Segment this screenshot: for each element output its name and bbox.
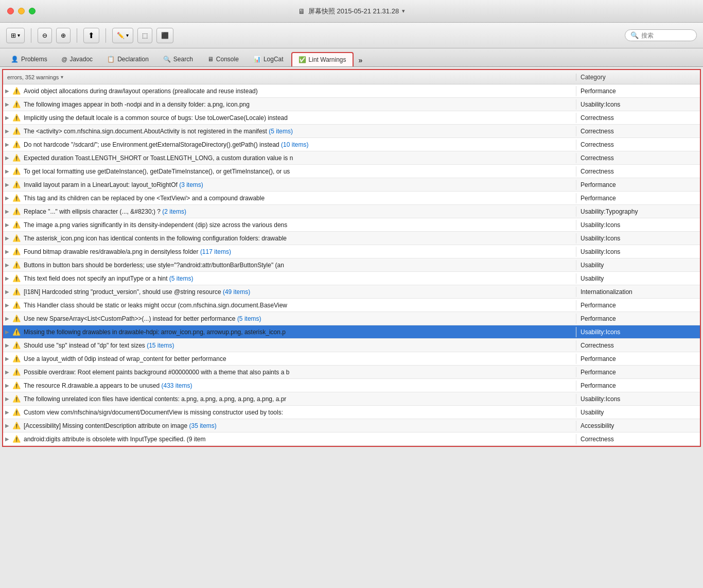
row-expand-icon[interactable]: ▶	[3, 249, 11, 254]
close-button[interactable]	[7, 8, 14, 14]
row-expand-icon[interactable]: ▶	[3, 262, 11, 268]
row-category: Correctness	[576, 434, 700, 444]
table-row[interactable]: ▶⚠️The <activity> com.nfschina.sign.docu…	[3, 125, 700, 138]
row-expand-icon[interactable]: ▶	[3, 195, 11, 201]
table-row[interactable]: ▶⚠️Should use "sp" instead of "dp" for t…	[3, 339, 700, 352]
table-row[interactable]: ▶⚠️This text field does not specify an i…	[3, 272, 700, 285]
description-column-header[interactable]: errors, 352 warnings ▾	[3, 74, 576, 80]
row-link[interactable]: (5 items)	[169, 275, 194, 282]
table-row[interactable]: ▶⚠️Expected duration Toast.LENGTH_SHORT …	[3, 151, 700, 165]
row-link[interactable]: (10 items)	[281, 141, 308, 148]
table-row[interactable]: ▶⚠️Buttons in button bars should be bord…	[3, 258, 700, 272]
tab-javadoc-label: Javadoc	[69, 56, 93, 63]
row-expand-icon[interactable]: ▶	[3, 128, 11, 134]
row-expand-icon[interactable]: ▶	[3, 289, 11, 295]
row-link[interactable]: (15 items)	[147, 342, 174, 349]
row-expand-icon[interactable]: ▶	[3, 356, 11, 361]
table-row[interactable]: ▶⚠️The asterisk_icon.png icon has identi…	[3, 232, 700, 245]
row-category: Performance	[576, 193, 700, 203]
row-description: Expected duration Toast.LENGTH_SHORT or …	[22, 153, 576, 163]
row-expand-icon[interactable]: ▶	[3, 302, 11, 308]
table-row[interactable]: ▶⚠️Possible overdraw: Root element paint…	[3, 366, 700, 379]
table-row[interactable]: ▶⚠️android:digits attribute is obsolete …	[3, 433, 700, 446]
row-category: Performance	[576, 314, 700, 324]
share-button[interactable]: ⬆	[83, 28, 99, 43]
tab-console[interactable]: 🖥 Console	[201, 52, 245, 66]
search-input[interactable]	[641, 32, 691, 39]
table-row[interactable]: ▶⚠️Custom view com/nfschina/sign/documen…	[3, 406, 700, 419]
row-link[interactable]: (3 items)	[179, 181, 203, 188]
table-row[interactable]: ▶⚠️Use a layout_width of 0dip instead of…	[3, 352, 700, 366]
table-row[interactable]: ▶⚠️Implicitly using the default locale i…	[3, 111, 700, 125]
category-column-header[interactable]: Category	[576, 74, 700, 81]
table-row[interactable]: ▶⚠️Invalid layout param in a LinearLayou…	[3, 178, 700, 192]
row-expand-icon[interactable]: ▶	[3, 329, 11, 335]
row-expand-icon[interactable]: ▶	[3, 209, 11, 214]
table-row[interactable]: ▶⚠️The following unrelated icon files ha…	[3, 392, 700, 406]
table-row[interactable]: ▶⚠️To get local formatting use getDateIn…	[3, 165, 700, 178]
table-row[interactable]: ▶⚠️This Handler class should be static o…	[3, 299, 700, 312]
row-expand-icon[interactable]: ▶	[3, 275, 11, 281]
row-expand-icon[interactable]: ▶	[3, 342, 11, 348]
row-expand-icon[interactable]: ▶	[3, 316, 11, 321]
row-expand-icon[interactable]: ▶	[3, 383, 11, 388]
row-link[interactable]: (35 items)	[189, 422, 216, 429]
table-row[interactable]: ▶⚠️Use new SparseArray<List<CustomPath>>…	[3, 312, 700, 325]
tab-search-label: Search	[173, 56, 193, 63]
lint-icon: ✅	[298, 56, 306, 63]
box1-button[interactable]: ⬚	[137, 28, 152, 43]
tab-javadoc[interactable]: @ Javadoc	[55, 52, 99, 66]
table-row[interactable]: ▶⚠️[I18N] Hardcoded string "product_vers…	[3, 285, 700, 299]
row-expand-icon[interactable]: ▶	[3, 369, 11, 375]
table-row[interactable]: ▶⚠️The image a.png varies significantly …	[3, 218, 700, 232]
row-link[interactable]: (49 items)	[223, 288, 250, 296]
table-row[interactable]: ▶⚠️Replace "..." with ellipsis character…	[3, 205, 700, 218]
tab-problems[interactable]: 👤 Problems	[4, 52, 54, 66]
warning-icon: ⚠️	[11, 395, 22, 403]
maximize-button[interactable]	[29, 8, 36, 14]
tab-lint[interactable]: ✅ Lint Warnings	[291, 52, 354, 66]
tab-logcat[interactable]: 📊 LogCat	[247, 52, 290, 66]
box1-icon: ⬚	[142, 32, 148, 39]
row-expand-icon[interactable]: ▶	[3, 222, 11, 228]
row-expand-icon[interactable]: ▶	[3, 409, 11, 415]
box2-button[interactable]: ⬛	[156, 28, 173, 43]
table-row[interactable]: ▶⚠️The following images appear in both -…	[3, 98, 700, 111]
row-expand-icon[interactable]: ▶	[3, 436, 11, 442]
title-dropdown-icon[interactable]: ▾	[402, 8, 405, 14]
row-expand-icon[interactable]: ▶	[3, 423, 11, 428]
table-row[interactable]: ▶⚠️Found bitmap drawable res/drawable/a.…	[3, 245, 700, 258]
table-row[interactable]: ▶⚠️Missing the following drawables in dr…	[3, 325, 700, 339]
zoom-out-button[interactable]: ⊖	[38, 28, 52, 43]
row-link[interactable]: (5 items)	[269, 128, 293, 135]
title-icon: 🖥	[298, 7, 305, 15]
sidebar-toggle-button[interactable]: ⊞ ▾	[6, 28, 25, 43]
zoom-in-button[interactable]: ⊕	[56, 28, 71, 43]
row-expand-icon[interactable]: ▶	[3, 101, 11, 107]
minimize-button[interactable]	[18, 8, 25, 14]
row-link[interactable]: (433 items)	[162, 382, 192, 389]
tab-more-button[interactable]: »	[355, 54, 367, 66]
table-row[interactable]: ▶⚠️Do not hardcode "/sdcard/"; use Envir…	[3, 138, 700, 151]
row-expand-icon[interactable]: ▶	[3, 142, 11, 147]
row-link[interactable]: (5 items)	[237, 315, 261, 322]
table-row[interactable]: ▶⚠️[Accessibility] Missing contentDescri…	[3, 419, 700, 433]
row-expand-icon[interactable]: ▶	[3, 235, 11, 241]
table-row[interactable]: ▶⚠️Avoid object allocations during draw/…	[3, 84, 700, 98]
table-row[interactable]: ▶⚠️This tag and its children can be repl…	[3, 192, 700, 205]
row-expand-icon[interactable]: ▶	[3, 115, 11, 120]
annotate-dropdown-icon: ▾	[126, 32, 129, 38]
row-expand-icon[interactable]: ▶	[3, 88, 11, 94]
table-row[interactable]: ▶⚠️The resource R.drawable.a appears to …	[3, 379, 700, 392]
warning-icon: ⚠️	[11, 167, 22, 175]
row-category: Usability:Icons	[576, 233, 700, 244]
row-expand-icon[interactable]: ▶	[3, 168, 11, 174]
row-expand-icon[interactable]: ▶	[3, 155, 11, 161]
row-link[interactable]: (117 items)	[200, 248, 231, 255]
annotate-button[interactable]: ✏️ ▾	[112, 28, 133, 43]
row-link[interactable]: (2 items)	[162, 208, 186, 215]
tab-declaration[interactable]: 📋 Declaration	[100, 52, 155, 66]
row-expand-icon[interactable]: ▶	[3, 182, 11, 187]
tab-search[interactable]: 🔍 Search	[156, 52, 200, 66]
row-expand-icon[interactable]: ▶	[3, 396, 11, 402]
